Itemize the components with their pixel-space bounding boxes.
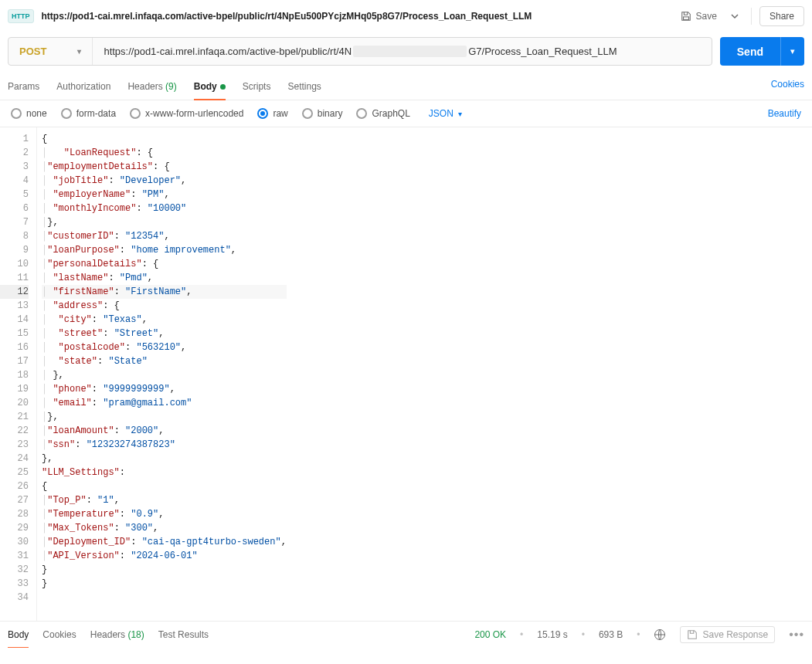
chevron-down-icon: ▾ <box>790 46 795 56</box>
url-input[interactable]: https://pod1-cai.mrel.infaqa.com/active-… <box>93 38 711 65</box>
body-type-none[interactable]: none <box>11 108 47 119</box>
response-tab-tests[interactable]: Test Results <box>158 626 209 643</box>
response-size: 693 B <box>599 629 623 640</box>
divider <box>751 8 752 25</box>
response-tab-cookies[interactable]: Cookies <box>42 626 76 643</box>
tab-settings[interactable]: Settings <box>287 76 321 100</box>
method-label: POST <box>19 46 46 57</box>
url-prefix: https://pod1-cai.mrel.infaqa.com/active-… <box>104 46 352 57</box>
radio-icon <box>302 108 313 119</box>
body-type-binary[interactable]: binary <box>302 108 343 119</box>
chevron-down-icon <box>731 12 739 20</box>
line-gutter: 1234567891011121314151617181920212223242… <box>0 127 37 621</box>
separator: • <box>582 629 585 640</box>
save-response-button[interactable]: Save Response <box>680 626 775 643</box>
network-icon[interactable] <box>654 628 666 641</box>
body-type-form-data[interactable]: form-data <box>61 108 116 119</box>
radio-icon <box>130 108 141 119</box>
save-dropdown[interactable] <box>726 8 743 25</box>
cookies-link[interactable]: Cookies <box>771 79 804 97</box>
separator: • <box>520 629 523 640</box>
body-type-graphql[interactable]: GraphQL <box>356 108 409 119</box>
url-masked-segment: xxxxxxxxxxxxxxxxxxxxxx <box>353 46 467 57</box>
response-status: 200 OK <box>474 629 506 640</box>
response-tab-body[interactable]: Body <box>8 626 29 643</box>
tab-authorization[interactable]: Authorization <box>56 76 110 100</box>
radio-icon <box>257 108 268 119</box>
tab-params[interactable]: Params <box>8 76 39 100</box>
code-content[interactable]: {│ "LoanRequest": {│"employmentDetails":… <box>37 127 287 621</box>
tab-scripts[interactable]: Scripts <box>243 76 271 100</box>
chevron-down-icon: ▾ <box>458 110 462 118</box>
body-type-raw[interactable]: raw <box>257 108 287 119</box>
body-modified-indicator <box>220 84 226 90</box>
separator: • <box>637 629 640 640</box>
svg-rect-0 <box>683 17 688 20</box>
send-button[interactable]: Send <box>720 37 780 66</box>
method-select[interactable]: POST ▾ <box>8 38 93 65</box>
raw-language-select[interactable]: JSON▾ <box>429 108 462 119</box>
url-suffix: G7/Process_Loan_Request_LLM <box>468 46 617 57</box>
request-tab-title: https://pod1-cai.mrel.infaqa.com/active-… <box>42 11 668 22</box>
response-time: 15.19 s <box>537 629 567 640</box>
share-button[interactable]: Share <box>759 6 804 26</box>
body-type-urlencoded[interactable]: x-www-form-urlencoded <box>130 108 243 119</box>
radio-icon <box>11 108 22 119</box>
save-icon <box>687 629 698 640</box>
code-editor[interactable]: 1234567891011121314151617181920212223242… <box>0 127 812 622</box>
response-tab-headers[interactable]: Headers (18) <box>90 626 144 643</box>
radio-icon <box>61 108 72 119</box>
send-dropdown[interactable]: ▾ <box>780 37 804 66</box>
http-badge: HTTP <box>8 9 34 23</box>
tab-body[interactable]: Body <box>194 76 226 100</box>
save-icon <box>681 11 691 22</box>
tab-headers[interactable]: Headers (9) <box>127 76 176 100</box>
method-url-group: POST ▾ https://pod1-cai.mrel.infaqa.com/… <box>8 37 712 66</box>
save-button[interactable]: Save <box>676 8 722 25</box>
beautify-button[interactable]: Beautify <box>768 108 801 119</box>
chevron-down-icon: ▾ <box>77 47 81 56</box>
radio-icon <box>356 108 367 119</box>
more-options[interactable]: ••• <box>789 628 804 642</box>
save-label: Save <box>696 11 717 22</box>
